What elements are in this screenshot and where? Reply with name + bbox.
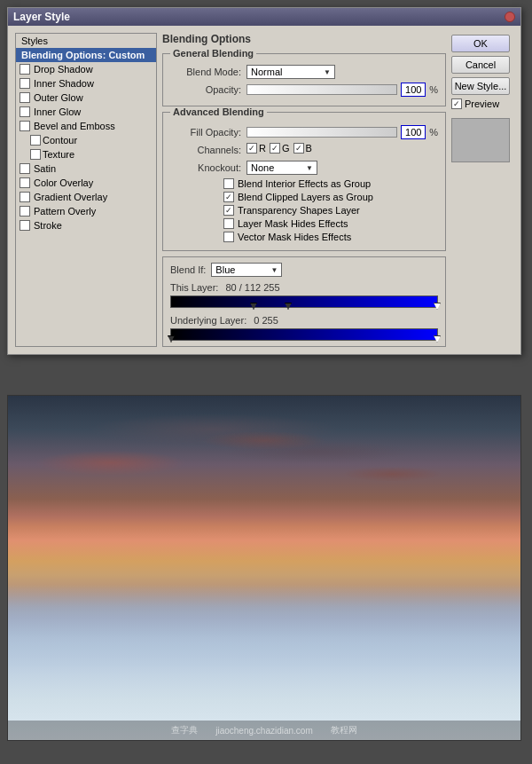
pattern-overlay-label: Pattern Overly bbox=[34, 206, 96, 217]
underlying-layer-section: Underlying Layer: 0 255 bbox=[170, 315, 438, 341]
new-style-button[interactable]: New Style... bbox=[451, 77, 510, 95]
blend-mode-arrow-icon: ▼ bbox=[324, 68, 331, 76]
texture-label: Texture bbox=[43, 149, 74, 160]
general-blending-title: General Blending bbox=[170, 48, 256, 59]
layer-mask-checkbox[interactable] bbox=[223, 218, 234, 229]
dialog-body: Styles Blending Options: Custom Drop Sha… bbox=[8, 26, 520, 354]
this-layer-thumb-left[interactable] bbox=[250, 303, 257, 310]
knockout-row: Knockout: None ▼ bbox=[170, 161, 438, 175]
bevel-emboss-checkbox[interactable] bbox=[20, 121, 30, 131]
transparency-shapes-checkbox[interactable] bbox=[223, 205, 234, 216]
blend-clipped-label: Blend Clipped Layers as Group bbox=[238, 192, 373, 202]
canvas-image-area: 查字典 jiaocheng.chazidian.com 教程网 bbox=[7, 395, 521, 741]
blending-options-label: Blending Options: Custom bbox=[21, 50, 145, 60]
stroke-item[interactable]: Stroke bbox=[16, 218, 156, 232]
texture-checkbox[interactable] bbox=[30, 149, 41, 160]
knockout-dropdown[interactable]: None ▼ bbox=[246, 161, 317, 175]
channel-g-item[interactable]: G bbox=[270, 143, 290, 154]
layer-mask-row: Layer Mask Hides Effects bbox=[223, 218, 438, 229]
inner-glow-checkbox[interactable] bbox=[20, 106, 30, 117]
underlying-layer-slider[interactable] bbox=[170, 328, 438, 341]
texture-item[interactable]: Texture bbox=[16, 147, 156, 161]
fill-opacity-value[interactable]: 100 bbox=[401, 125, 426, 139]
channel-r-item[interactable]: R bbox=[246, 143, 266, 154]
opacity-slider[interactable] bbox=[246, 84, 397, 95]
styles-header-item[interactable]: Styles bbox=[16, 34, 156, 48]
cancel-button[interactable]: Cancel bbox=[451, 56, 510, 74]
advanced-checkboxes-list: Blend Interior Effects as Group Blend Cl… bbox=[223, 178, 438, 242]
inner-glow-item[interactable]: Inner Glow bbox=[16, 105, 156, 119]
contour-item[interactable]: Contour bbox=[16, 133, 156, 147]
color-overlay-item[interactable]: Color Overlay bbox=[16, 176, 156, 190]
channels-row: Channels: R G bbox=[170, 143, 438, 157]
drop-shadow-checkbox[interactable] bbox=[20, 64, 30, 75]
blend-if-label: Blend If: bbox=[170, 264, 206, 275]
inner-shadow-item[interactable]: Inner Shadow bbox=[16, 76, 156, 91]
dialog-close-button[interactable] bbox=[505, 12, 515, 22]
vector-mask-checkbox[interactable] bbox=[223, 232, 234, 242]
satin-label: Satin bbox=[34, 163, 56, 174]
satin-checkbox[interactable] bbox=[20, 163, 30, 174]
color-overlay-checkbox[interactable] bbox=[20, 177, 30, 188]
pattern-overlay-item[interactable]: Pattern Overly bbox=[16, 204, 156, 218]
fill-opacity-percent: % bbox=[429, 127, 438, 138]
this-layer-thumb-left-split[interactable] bbox=[285, 303, 292, 310]
fill-opacity-slider-container: 100 % bbox=[246, 125, 438, 139]
underlying-thumb-left[interactable] bbox=[168, 335, 175, 343]
blend-mode-label: Blend Mode: bbox=[170, 67, 241, 77]
opacity-label: Opacity: bbox=[170, 84, 241, 95]
drop-shadow-item[interactable]: Drop Shadow bbox=[16, 62, 156, 76]
blend-interior-checkbox[interactable] bbox=[223, 178, 234, 189]
this-layer-slider[interactable] bbox=[170, 295, 438, 308]
blend-clipped-checkbox[interactable] bbox=[223, 192, 234, 202]
channel-b-item[interactable]: B bbox=[293, 143, 312, 154]
inner-glow-label: Inner Glow bbox=[34, 106, 81, 117]
channel-b-checkbox[interactable] bbox=[293, 143, 304, 154]
this-layer-thumb-right[interactable] bbox=[434, 303, 441, 310]
outer-glow-checkbox[interactable] bbox=[20, 92, 30, 103]
stroke-checkbox[interactable] bbox=[20, 220, 30, 231]
fill-opacity-row: Fill Opacity: 100 % bbox=[170, 125, 438, 139]
opacity-percent: % bbox=[429, 84, 438, 95]
blend-clipped-row: Blend Clipped Layers as Group bbox=[223, 192, 438, 202]
advanced-blending-section: Advanced Blending Fill Opacity: 100 % Ch… bbox=[162, 112, 446, 251]
channel-r-checkbox[interactable] bbox=[246, 143, 257, 154]
blending-options-title: Blending Options bbox=[162, 33, 446, 45]
blend-interior-row: Blend Interior Effects as Group bbox=[223, 178, 438, 189]
channel-g-checkbox[interactable] bbox=[270, 143, 280, 154]
blend-if-header-row: Blend If: Blue ▼ bbox=[170, 263, 438, 277]
satin-item[interactable]: Satin bbox=[16, 161, 156, 176]
watermark-right: 教程网 bbox=[331, 724, 357, 736]
blending-options-item[interactable]: Blending Options: Custom bbox=[16, 48, 156, 62]
outer-glow-label: Outer Glow bbox=[34, 92, 83, 103]
ok-button[interactable]: OK bbox=[451, 35, 510, 52]
preview-checkbox[interactable] bbox=[451, 98, 462, 109]
underlying-layer-values: 0 255 bbox=[254, 315, 278, 326]
gradient-overlay-checkbox[interactable] bbox=[20, 192, 30, 202]
bevel-emboss-label: Bevel and Emboss bbox=[34, 121, 115, 131]
preview-box bbox=[451, 118, 510, 162]
this-layer-section: This Layer: 80 / 112 255 bbox=[170, 282, 438, 308]
contour-label: Contour bbox=[43, 135, 77, 146]
pattern-overlay-checkbox[interactable] bbox=[20, 206, 30, 217]
outer-glow-item[interactable]: Outer Glow bbox=[16, 91, 156, 105]
blend-mode-dropdown[interactable]: Normal ▼ bbox=[246, 65, 335, 79]
opacity-value[interactable]: 100 bbox=[401, 83, 426, 97]
snow-area bbox=[8, 585, 520, 740]
watermark-bar: 查字典 jiaocheng.chazidian.com 教程网 bbox=[8, 721, 520, 740]
channels-label: Channels: bbox=[170, 145, 241, 155]
fill-opacity-slider[interactable] bbox=[246, 127, 397, 138]
buttons-panel: OK Cancel New Style... Preview bbox=[451, 33, 513, 347]
preview-label: Preview bbox=[465, 98, 499, 109]
contour-checkbox[interactable] bbox=[30, 135, 41, 146]
channel-r-label: R bbox=[259, 143, 266, 154]
inner-shadow-checkbox[interactable] bbox=[20, 78, 30, 89]
blend-if-channel-dropdown[interactable]: Blue ▼ bbox=[211, 263, 282, 277]
transparency-shapes-label: Transparency Shapes Layer bbox=[238, 205, 360, 216]
gradient-overlay-item[interactable]: Gradient Overlay bbox=[16, 190, 156, 204]
channel-g-label: G bbox=[282, 143, 290, 154]
bevel-emboss-item[interactable]: Bevel and Emboss bbox=[16, 119, 156, 133]
underlying-thumb-right[interactable] bbox=[434, 335, 441, 343]
blend-mode-value: Normal bbox=[251, 67, 282, 77]
color-overlay-label: Color Overlay bbox=[34, 177, 93, 188]
